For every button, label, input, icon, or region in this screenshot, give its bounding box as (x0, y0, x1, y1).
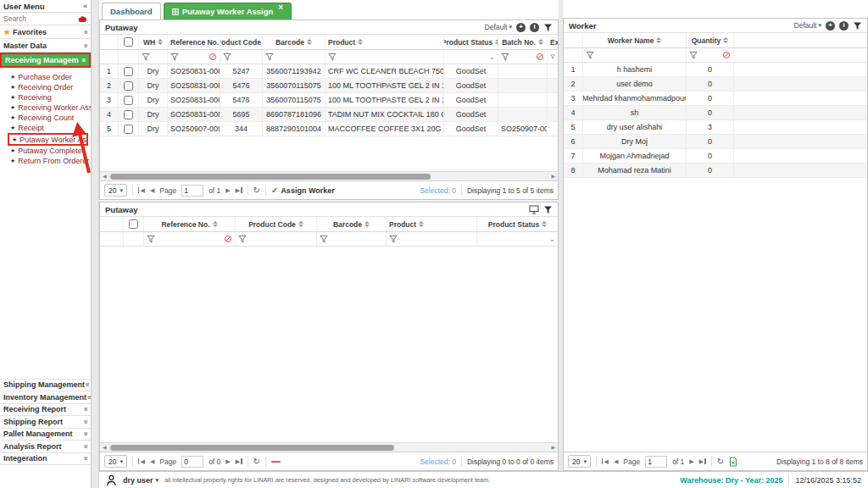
sidebar-section-favorites[interactable]: ★ Favorites « (0, 25, 91, 39)
clear-filter-icon[interactable] (536, 53, 544, 61)
export-excel-icon[interactable] (729, 457, 737, 467)
page-number-input[interactable] (645, 456, 667, 468)
filter-icon[interactable] (689, 51, 698, 59)
worker-row[interactable]: 8 Mohamad reza Matini 0 (564, 164, 867, 178)
column-header-batch-no[interactable]: Batch No. (498, 35, 548, 49)
sidebar-section-receiving-management[interactable]: Receiving Management « (0, 53, 91, 68)
filter-icon[interactable] (550, 53, 555, 61)
prev-page-button[interactable]: ◀ (614, 458, 618, 465)
collapse-sidebar-icon[interactable]: « (83, 2, 87, 10)
plus-circle-icon[interactable]: + (826, 21, 835, 30)
column-header-product-code[interactable]: Product Code (220, 35, 263, 49)
refresh-icon[interactable]: ↻ (253, 457, 260, 466)
view-selector[interactable]: Default▾ (794, 21, 821, 30)
sync-cloud-icon[interactable] (78, 15, 87, 23)
column-header-barcode[interactable]: Barcode (317, 217, 387, 231)
worker-row[interactable]: 7 Mojgan Ahmadnejad 0 (564, 149, 867, 164)
assign-worker-button[interactable]: ✓Assign Worker (271, 186, 335, 195)
search-input[interactable] (3, 14, 75, 23)
menu-item-return-from-orderer[interactable]: ★Return From Orderer (0, 156, 91, 166)
sidebar-section-shipping-management[interactable]: Shipping Management« (0, 380, 91, 392)
prev-page-button[interactable]: ◀ (150, 187, 154, 194)
scroll-left-icon[interactable]: ◀ (103, 173, 107, 179)
filter-icon[interactable] (501, 53, 509, 61)
page-size-select[interactable]: 20▾ (104, 184, 127, 197)
menu-item-purchase-order[interactable]: ★Purchase Order (0, 72, 91, 82)
menu-item-receiving[interactable]: ★Receiving (0, 92, 91, 103)
next-page-button[interactable]: ▶ (225, 458, 230, 465)
menu-item-putaway-complete[interactable]: ★Putaway Complete (0, 146, 91, 156)
column-header-wh[interactable]: WH (139, 35, 168, 49)
sidebar-section-shipping-report[interactable]: Shipping Report« (0, 416, 91, 429)
filter-icon[interactable] (147, 235, 155, 243)
sidebar-section-pallet-management[interactable]: Pallet Management« (0, 429, 91, 441)
filter-icon[interactable] (389, 235, 398, 243)
monitor-icon[interactable] (529, 205, 539, 214)
worker-row[interactable]: 1 h hashemi 0 (564, 63, 867, 77)
row-checkbox[interactable] (124, 110, 133, 119)
table-row[interactable]: 3 Dry SO250831-008 5476 3560070115075 10… (100, 93, 558, 108)
status-filter-dropdown-icon[interactable]: ⌄ (548, 235, 555, 243)
worker-row[interactable]: 4 sh 0 (564, 106, 867, 120)
last-page-button[interactable]: ▶ (699, 458, 706, 465)
page-number-input[interactable] (181, 456, 203, 468)
select-all-checkbox[interactable] (124, 37, 133, 47)
refresh-icon[interactable]: ↻ (717, 457, 724, 466)
tab-dashboard[interactable]: Dashboard (102, 3, 161, 19)
horizontal-scrollbar[interactable]: ◀ ▶ (100, 171, 558, 180)
page-size-select[interactable]: 20▾ (568, 455, 591, 468)
sidebar-section-master-data[interactable]: Master Data « (0, 39, 91, 53)
scroll-left-icon[interactable]: ◀ (103, 444, 107, 450)
clear-filter-icon[interactable] (224, 235, 232, 243)
menu-item-receipt[interactable]: ★Receipt (0, 123, 91, 133)
sidebar-splitter[interactable] (92, 0, 99, 488)
page-size-select[interactable]: 20▾ (104, 455, 127, 468)
table-row[interactable]: 5 Dry SO250907-009 344 8887290101004 MAC… (100, 122, 558, 136)
row-checkbox[interactable] (124, 96, 133, 105)
filter-icon[interactable] (142, 53, 150, 61)
scrollbar-thumb[interactable] (110, 445, 394, 451)
filter-icon[interactable] (320, 235, 328, 243)
next-page-button[interactable]: ▶ (689, 458, 693, 465)
status-filter-dropdown-icon[interactable]: ⌄ (488, 53, 495, 61)
menu-item-receiving-worker-assign[interactable]: ★Receiving Worker Assign (0, 103, 91, 113)
table-row[interactable]: 1 Dry SO250831-008 5247 3560071193942 CR… (100, 64, 558, 79)
last-page-button[interactable]: ▶ (236, 187, 242, 194)
clear-filter-icon[interactable] (209, 53, 217, 61)
filter-icon[interactable] (543, 23, 553, 32)
worker-row[interactable]: 6 Dry Moj 0 (564, 135, 867, 149)
column-header-product-status[interactable]: Product Status (444, 35, 498, 49)
sidebar-section-receiving-report[interactable]: Receiving Report« (0, 404, 91, 417)
first-page-button[interactable]: ◀ (138, 187, 145, 194)
plus-circle-icon[interactable]: + (516, 23, 526, 32)
menu-item-putaway-worker-assign[interactable]: ★Putaway Worker Assign (8, 133, 88, 146)
filter-icon[interactable] (328, 53, 337, 61)
column-header-product-status[interactable]: Product Status (477, 217, 558, 231)
column-header-exp[interactable]: Exp (548, 35, 558, 49)
filter-icon[interactable] (170, 53, 179, 61)
row-checkbox[interactable] (124, 125, 133, 134)
first-page-button[interactable]: ◀ (602, 458, 609, 465)
refresh-icon[interactable]: ↻ (253, 186, 260, 195)
table-row[interactable]: 4 Dry SO250831-008 5695 8690787181096 TA… (100, 108, 558, 122)
sidebar-section-inventory-management[interactable]: Inventory Management« (0, 391, 91, 404)
filter-icon[interactable] (223, 53, 231, 61)
tab-putaway-worker-assign[interactable]: Putaway Worker Assign × (164, 3, 292, 19)
next-page-button[interactable]: ▶ (225, 187, 230, 194)
column-header-product[interactable]: Product (387, 217, 477, 231)
info-circle-icon[interactable]: i (839, 21, 849, 30)
first-page-button[interactable]: ◀ (138, 458, 145, 465)
prev-page-button[interactable]: ◀ (150, 458, 154, 465)
info-circle-icon[interactable]: i (530, 23, 539, 32)
page-number-input[interactable] (181, 185, 203, 197)
last-page-button[interactable]: ▶ (236, 458, 242, 465)
filter-icon[interactable] (265, 53, 274, 61)
column-header-worker-name[interactable]: Worker Name (583, 33, 687, 47)
column-header-product[interactable]: Product (326, 35, 444, 49)
table-row[interactable]: 2 Dry SO250831-008 5476 3560070115075 10… (100, 79, 558, 93)
close-tab-icon[interactable]: × (278, 5, 283, 10)
row-checkbox[interactable] (124, 81, 133, 91)
column-header-quantity[interactable]: Quantity (687, 33, 734, 47)
worker-row[interactable]: 3 Mehrdad khanmohammadpour 0 (564, 92, 867, 106)
column-header-reference[interactable]: Reference No. (168, 35, 220, 49)
